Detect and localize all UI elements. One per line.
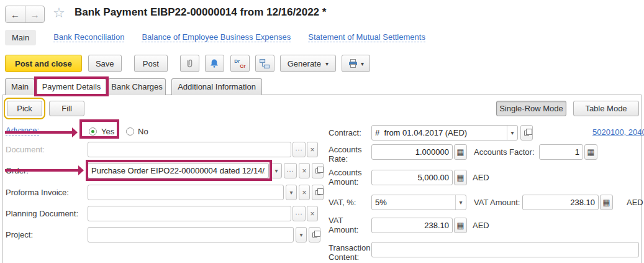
project-input[interactable] bbox=[88, 228, 293, 242]
accounts-factor-input[interactable] bbox=[540, 145, 583, 159]
document-label: Document: bbox=[6, 142, 45, 157]
pick-button[interactable]: Pick bbox=[7, 101, 42, 116]
accounts-rate-input[interactable] bbox=[372, 145, 452, 159]
vat-percent-input[interactable] bbox=[372, 195, 455, 210]
contract-open-button[interactable] bbox=[520, 125, 533, 141]
nav-link-bank-reconciliation[interactable]: Bank Reconciliation bbox=[53, 32, 124, 42]
nav-links-bar: Main Bank Reconciliation Balance of Empl… bbox=[5, 29, 425, 46]
order-open-button[interactable] bbox=[312, 163, 324, 178]
structure-icon bbox=[259, 58, 270, 69]
vat-percent-field: ▾ bbox=[371, 195, 466, 210]
accounts-amount-calc-button[interactable]: ▦ bbox=[454, 170, 467, 185]
proforma-clear-button[interactable]: × bbox=[299, 185, 310, 200]
ellipsis-icon: ... bbox=[295, 208, 302, 216]
reminder-button[interactable] bbox=[205, 55, 224, 72]
attachments-button[interactable] bbox=[180, 55, 199, 72]
post-and-close-button[interactable]: Post and close bbox=[5, 55, 82, 72]
open-icon bbox=[524, 131, 529, 136]
advance-yes-label[interactable]: Yes bbox=[101, 127, 114, 136]
vat-amount-input[interactable] bbox=[372, 218, 452, 233]
history-nav: ← → bbox=[5, 6, 45, 23]
proforma-invoice-input[interactable] bbox=[88, 185, 283, 200]
planning-choose-button[interactable]: ... bbox=[293, 206, 306, 221]
document-structure-button[interactable] bbox=[255, 55, 274, 72]
tab-payment-details[interactable]: Payment Details bbox=[37, 78, 106, 96]
save-button[interactable]: Save bbox=[88, 55, 122, 72]
accounts-rate-calc-button[interactable]: ▦ bbox=[454, 144, 467, 160]
transaction-content-input[interactable] bbox=[372, 242, 638, 257]
chevron-down-icon: ▾ bbox=[325, 60, 329, 67]
proforma-open-button[interactable] bbox=[312, 185, 324, 200]
printer-icon bbox=[348, 58, 358, 68]
order-input[interactable] bbox=[88, 164, 268, 178]
advance-no-label[interactable]: No bbox=[138, 127, 148, 136]
print-button[interactable]: ▾ bbox=[342, 55, 370, 72]
paperclip-icon bbox=[184, 58, 195, 69]
advance-label[interactable]: Advance: bbox=[6, 126, 39, 136]
table-mode-button[interactable]: Table Mode bbox=[573, 101, 639, 116]
accounts-rate-field bbox=[371, 144, 453, 160]
accounts-amount-currency: AED bbox=[473, 170, 489, 185]
order-label: Order: bbox=[6, 163, 29, 178]
advance-no-radio[interactable] bbox=[126, 127, 134, 136]
generate-button[interactable]: Generate ▾ bbox=[280, 55, 336, 72]
chevron-down-icon: ▾ bbox=[289, 189, 293, 196]
tab-bank-charges[interactable]: Bank Charges bbox=[108, 78, 166, 95]
tab-main[interactable]: Main bbox=[5, 78, 35, 95]
vat-amount-field bbox=[371, 218, 453, 233]
document-choose-button[interactable]: ... bbox=[293, 142, 306, 157]
clear-icon: × bbox=[302, 188, 306, 197]
bank-payment-window: ← → ☆ Bank Payment EIBP22-00000014 from … bbox=[0, 0, 644, 263]
document-input[interactable] bbox=[88, 142, 291, 157]
open-icon bbox=[312, 233, 317, 238]
accounts-factor-field bbox=[539, 144, 583, 160]
dr-cr-button[interactable]: DrCr bbox=[230, 55, 250, 72]
back-button[interactable]: ← bbox=[6, 6, 25, 22]
order-dropdown-button[interactable]: ▾ bbox=[271, 163, 282, 178]
contract-label: Contract: bbox=[329, 125, 361, 141]
gl-accounts-link[interactable]: 5020100, 2040100 bbox=[592, 127, 644, 137]
advance-yes-radio[interactable] bbox=[89, 127, 97, 136]
post-button[interactable]: Post bbox=[134, 55, 168, 72]
nav-link-main[interactable]: Main bbox=[5, 30, 36, 45]
document-clear-button[interactable]: × bbox=[307, 142, 318, 157]
planning-document-field bbox=[88, 206, 291, 221]
order-clear-button[interactable]: × bbox=[299, 163, 310, 178]
vat-amount-currency: AED bbox=[473, 218, 489, 233]
clear-icon: × bbox=[310, 210, 314, 218]
vat-amount-calc-button[interactable]: ▦ bbox=[454, 218, 467, 233]
forward-button[interactable]: → bbox=[25, 6, 44, 22]
transaction-content-label: Transaction Content: bbox=[329, 243, 372, 262]
ellipsis-icon: ... bbox=[286, 165, 294, 173]
chevron-down-icon: ▾ bbox=[361, 60, 364, 67]
accounts-factor-calc-button[interactable]: ▦ bbox=[584, 144, 597, 160]
project-open-button[interactable] bbox=[309, 227, 320, 242]
favorite-star-icon[interactable]: ☆ bbox=[53, 5, 65, 21]
single-row-mode-button[interactable]: Single-Row Mode bbox=[496, 101, 566, 116]
chevron-down-icon[interactable]: ▾ bbox=[455, 195, 466, 210]
tab-additional-information[interactable]: Additional Information bbox=[171, 78, 262, 95]
nav-link-mutual-settlements[interactable]: Statement of Mutual Settlements bbox=[308, 32, 425, 42]
calculator-icon: ▦ bbox=[456, 221, 464, 230]
order-choose-button[interactable]: ... bbox=[284, 163, 297, 178]
clear-icon: × bbox=[302, 167, 306, 175]
proforma-dropdown-button[interactable]: ▾ bbox=[286, 185, 297, 200]
planning-clear-button[interactable]: × bbox=[307, 206, 318, 221]
vat-amount-inline-label: VAT Amount: bbox=[474, 195, 520, 210]
planning-document-label: Planning Document: bbox=[6, 206, 78, 221]
vat-amount-inline-input[interactable] bbox=[523, 195, 598, 210]
vat-amount-inline-calc-button[interactable]: ▦ bbox=[600, 195, 613, 210]
proforma-invoice-field bbox=[88, 185, 284, 200]
project-field bbox=[88, 227, 294, 242]
chevron-down-icon: ▾ bbox=[274, 167, 278, 174]
chevron-down-icon: ▾ bbox=[299, 231, 302, 238]
contract-input[interactable] bbox=[372, 126, 507, 140]
project-dropdown-button[interactable]: ▾ bbox=[296, 227, 307, 242]
calculator-icon: ▦ bbox=[456, 147, 464, 157]
chevron-down-icon[interactable]: ▾ bbox=[507, 126, 517, 140]
nav-link-employee-business-expenses[interactable]: Balance of Employee Business Expenses bbox=[142, 32, 291, 42]
vat-amount-inline-currency: AED bbox=[627, 195, 643, 210]
planning-document-input[interactable] bbox=[88, 206, 291, 221]
fill-button[interactable]: Fill bbox=[49, 101, 84, 116]
accounts-amount-input[interactable] bbox=[372, 170, 452, 185]
